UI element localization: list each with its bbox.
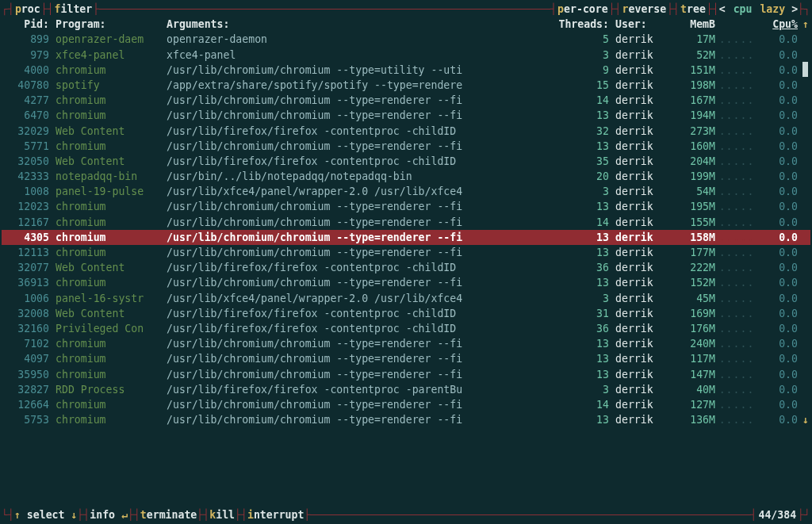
cell-thr: 14 — [553, 215, 614, 230]
brace-icon — [41, 2, 48, 17]
table-row[interactable]: 32827RDD Process/usr/lib/firefox/firefox… — [2, 382, 810, 397]
cell-mem: 167M — [671, 93, 718, 108]
cell-prog: Web Content — [54, 260, 165, 275]
table-row[interactable]: 35950chromium/usr/lib/chromium/chromium … — [2, 367, 810, 382]
cell-cpu: 0.0 — [755, 124, 801, 139]
table-row[interactable]: 12113chromium/usr/lib/chromium/chromium … — [2, 245, 810, 260]
cell-cpu: 0.0 — [755, 321, 801, 336]
cell-args: /usr/lib/xfce4/panel/wrapper-2.0 /usr/li… — [165, 291, 553, 306]
cell-mem: 158M — [671, 230, 718, 245]
cell-mem: 40M — [671, 382, 718, 397]
table-row[interactable]: 4277chromium/usr/lib/chromium/chromium -… — [2, 93, 810, 108]
header-program[interactable]: Program: — [54, 17, 165, 32]
cell-graph: ..... — [718, 260, 755, 275]
process-list[interactable]: 899openrazer-daemopenrazer-daemon5derrik… — [2, 32, 810, 427]
table-row[interactable]: 36913chromium/usr/lib/chromium/chromium … — [2, 275, 810, 290]
cell-pid: 6470 — [2, 108, 54, 123]
header-args[interactable]: Arguments: — [165, 17, 553, 32]
cell-mem: 199M — [671, 169, 718, 184]
cell-graph: ..... — [718, 32, 755, 47]
action-kill[interactable]: kill — [209, 507, 235, 522]
border-corner-bl — [2, 507, 8, 522]
cell-mem: 222M — [671, 260, 718, 275]
scroll-thumb[interactable] — [802, 62, 808, 77]
tab-proc[interactable]: proc — [14, 2, 41, 17]
table-row[interactable]: 4000chromium/usr/lib/chromium/chromium -… — [2, 63, 810, 78]
header-pid[interactable]: Pid: — [2, 17, 54, 32]
cell-thr: 13 — [553, 412, 614, 427]
tab-filter[interactable]: filter — [54, 2, 94, 17]
table-row[interactable]: 12664chromium/usr/lib/chromium/chromium … — [2, 397, 810, 412]
table-row[interactable]: 1006panel-16-systr/usr/lib/xfce4/panel/w… — [2, 291, 810, 306]
header-cpu[interactable]: Cpu% — [755, 17, 801, 32]
cell-prog: spotify — [54, 78, 165, 93]
cell-args: /usr/lib/chromium/chromium --type=render… — [165, 108, 553, 123]
chev-right-icon[interactable]: > — [791, 2, 798, 17]
cell-graph: ..... — [718, 139, 755, 154]
cell-args: /usr/lib/chromium/chromium --type=render… — [165, 215, 553, 230]
cell-graph: ..... — [718, 291, 755, 306]
cell-user: derrik — [614, 230, 671, 245]
cell-graph: ..... — [718, 321, 755, 336]
cell-graph: ..... — [718, 230, 755, 245]
table-row[interactable]: 12167chromium/usr/lib/chromium/chromium … — [2, 215, 810, 230]
table-row[interactable]: 5771chromium/usr/lib/chromium/chromium -… — [2, 139, 810, 154]
cell-scroll: ↓ — [801, 412, 810, 427]
scroll-up-icon[interactable]: ↑ — [801, 17, 810, 32]
scroll-down-icon[interactable]: ↓ — [802, 414, 809, 426]
table-row[interactable]: 40780spotify/app/extra/share/spotify/spo… — [2, 78, 810, 93]
cell-prog: panel-16-systr — [54, 291, 165, 306]
cell-args: /usr/lib/chromium/chromium --type=utilit… — [165, 63, 553, 78]
cell-graph: ..... — [718, 367, 755, 382]
table-row[interactable]: 7102chromium/usr/lib/chromium/chromium -… — [2, 336, 810, 351]
table-row[interactable]: 4305chromium/usr/lib/chromium/chromium -… — [2, 230, 810, 245]
table-row[interactable]: 42333notepadqq-bin/usr/bin/../lib/notepa… — [2, 169, 810, 184]
table-row[interactable]: 4097chromium/usr/lib/chromium/chromium -… — [2, 351, 810, 366]
cell-pid: 32050 — [2, 154, 54, 169]
cell-mem: 45M — [671, 291, 718, 306]
table-row[interactable]: 5753chromium/usr/lib/chromium/chromium -… — [2, 412, 810, 427]
table-row[interactable]: 979xfce4-panelxfce4-panel3derrik52M.....… — [2, 48, 810, 63]
header-user[interactable]: User: — [614, 17, 671, 32]
table-row[interactable]: 1008panel-19-pulse/usr/lib/xfce4/panel/w… — [2, 184, 810, 199]
cell-args: /usr/lib/firefox/firefox -contentproc -c… — [165, 124, 553, 139]
cell-args: xfce4-panel — [165, 48, 553, 63]
topbar: proc filter per-core reverse tree < cpu … — [2, 2, 810, 17]
action-interrupt[interactable]: interrupt — [247, 507, 304, 522]
header-mem[interactable]: MemB — [671, 17, 718, 32]
table-row[interactable]: 12023chromium/usr/lib/chromium/chromium … — [2, 199, 810, 214]
brace-icon — [134, 507, 140, 522]
sort-selector[interactable]: < cpu lazy > — [719, 2, 798, 17]
cell-mem: 176M — [671, 321, 718, 336]
action-terminate[interactable]: terminate — [140, 507, 197, 522]
cell-graph: ..... — [718, 48, 755, 63]
cell-prog: chromium — [54, 245, 165, 260]
table-row[interactable]: 32050Web Content/usr/lib/firefox/firefox… — [2, 154, 810, 169]
cell-thr: 15 — [553, 78, 614, 93]
table-row[interactable]: 32077Web Content/usr/lib/firefox/firefox… — [2, 260, 810, 275]
brace-icon — [8, 2, 14, 17]
cell-thr: 13 — [553, 336, 614, 351]
tab-tree[interactable]: tree — [680, 2, 707, 17]
cell-user: derrik — [614, 124, 671, 139]
chev-left-icon[interactable]: < — [719, 2, 726, 17]
action-info[interactable]: info ↵ — [90, 507, 128, 522]
cell-thr: 13 — [553, 275, 614, 290]
header-threads[interactable]: Threads: — [553, 17, 614, 32]
table-row[interactable]: 32008Web Content/usr/lib/firefox/firefox… — [2, 306, 810, 321]
cell-prog: Web Content — [54, 154, 165, 169]
cell-user: derrik — [614, 382, 671, 397]
table-row[interactable]: 6470chromium/usr/lib/chromium/chromium -… — [2, 108, 810, 123]
table-row[interactable]: 32160Privileged Con/usr/lib/firefox/fire… — [2, 321, 810, 336]
cell-mem: 147M — [671, 367, 718, 382]
table-row[interactable]: 899openrazer-daemopenrazer-daemon5derrik… — [2, 32, 810, 47]
tab-reverse[interactable]: reverse — [622, 2, 668, 17]
brace-icon — [304, 507, 310, 522]
cell-pid: 32827 — [2, 382, 54, 397]
tab-per-core[interactable]: per-core — [557, 2, 609, 17]
brace-icon — [8, 507, 14, 522]
cell-thr: 13 — [553, 108, 614, 123]
table-row[interactable]: 32029Web Content/usr/lib/firefox/firefox… — [2, 124, 810, 139]
cell-graph: ..... — [718, 351, 755, 366]
action-select[interactable]: ↑ select ↓ — [14, 507, 77, 522]
